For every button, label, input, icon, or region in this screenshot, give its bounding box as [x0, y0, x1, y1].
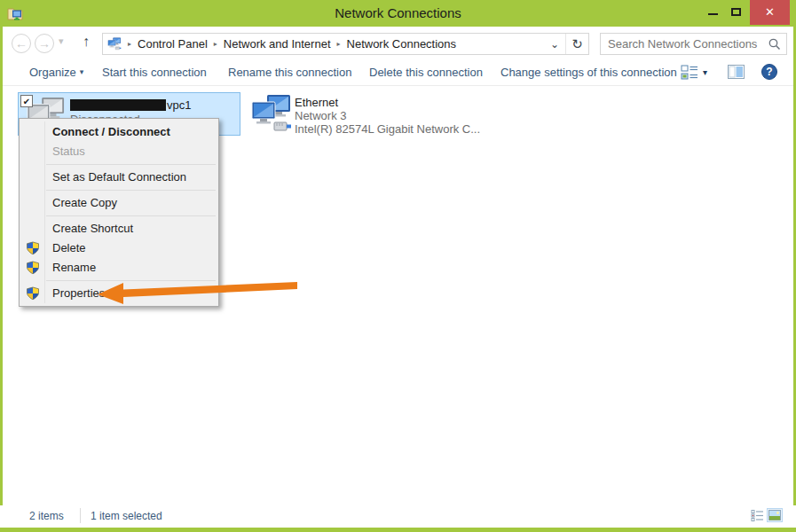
ethernet-network: Network 3	[295, 109, 347, 122]
delete-connection-button[interactable]: Delete this connection	[369, 66, 483, 79]
view-options-icon[interactable]	[681, 65, 698, 80]
menu-separator	[46, 164, 216, 165]
chevron-down-icon: ⌄	[550, 38, 559, 51]
back-button[interactable]: ←	[12, 34, 31, 53]
chevron-down-icon: ▾	[76, 67, 84, 76]
item-checkbox[interactable]: ✔	[20, 95, 33, 107]
ethernet-connection-icon	[250, 93, 293, 134]
uac-shield-icon	[26, 286, 40, 301]
refresh-icon: ↻	[571, 36, 583, 51]
menu-item-set-default-connection[interactable]: Set as Default Connection	[20, 168, 218, 187]
help-button[interactable]: ?	[761, 64, 777, 80]
command-toolbar: Organize▾ Start this connection Rename t…	[3, 59, 793, 86]
back-icon: ←	[15, 36, 28, 51]
up-button[interactable]: ↑	[83, 34, 90, 50]
address-dropdown-button[interactable]: ⌄	[544, 38, 565, 51]
minimize-icon	[708, 13, 718, 15]
items-count: 2 items	[29, 510, 64, 522]
breadcrumb-separator-icon: ▸	[122, 40, 138, 48]
minimize-button[interactable]	[701, 0, 724, 25]
connection-item-ethernet[interactable]: Ethernet Network 3 Intel(R) 82574L Gigab…	[247, 91, 479, 136]
breadcrumb-network-and-internet[interactable]: Network and Internet	[224, 37, 331, 51]
details-view-icon[interactable]	[751, 509, 764, 522]
app-icon[interactable]	[7, 5, 23, 21]
breadcrumb-network-connections[interactable]: Network Connections	[347, 37, 457, 51]
status-bar: 2 items 1 item selected	[3, 504, 793, 528]
menu-item-delete[interactable]: Delete	[20, 239, 218, 258]
close-icon: ✕	[765, 5, 775, 19]
menu-separator	[46, 190, 216, 191]
thumbnail-image-icon	[768, 510, 781, 520]
large-icons-view-icon[interactable]	[767, 508, 783, 522]
check-icon: ✔	[23, 97, 30, 106]
forward-icon: →	[38, 36, 51, 51]
search-box[interactable]	[600, 33, 787, 55]
search-icon	[768, 38, 781, 51]
menu-item-create-shortcut[interactable]: Create Shortcut	[20, 219, 218, 239]
ethernet-device: Intel(R) 82574L Gigabit Network C...	[295, 122, 480, 136]
menu-separator	[46, 215, 216, 216]
view-options-caret[interactable]: ▾	[703, 67, 707, 77]
titlebar: Network Connections ✕	[0, 0, 796, 27]
vpn-name-suffix: vpc1	[167, 98, 191, 112]
chevron-down-icon: ▾	[703, 67, 707, 77]
window-border-left	[0, 0, 3, 505]
refresh-button[interactable]: ↻	[565, 34, 588, 54]
history-dropdown-button[interactable]: ▾	[59, 35, 64, 47]
address-bar[interactable]: ▸ Control Panel ▸ Network and Internet ▸…	[102, 33, 589, 55]
redacted-name-block	[70, 99, 166, 111]
up-icon: ↑	[83, 34, 90, 49]
rename-connection-button[interactable]: Rename this connection	[228, 66, 351, 79]
start-connection-button[interactable]: Start this connection	[102, 66, 207, 79]
menu-item-create-copy[interactable]: Create Copy	[20, 193, 218, 213]
close-button[interactable]: ✕	[750, 0, 790, 25]
breadcrumb-control-panel[interactable]: Control Panel	[138, 37, 208, 51]
window-title: Network Connections	[0, 0, 796, 27]
uac-shield-icon	[26, 241, 40, 255]
uac-shield-icon	[26, 261, 40, 275]
forward-button[interactable]: →	[35, 34, 54, 53]
change-settings-button[interactable]: Change settings of this connection	[500, 66, 677, 79]
address-location-icon	[107, 37, 122, 51]
breadcrumb-separator-icon: ▸	[331, 40, 347, 48]
breadcrumb-separator-icon: ▸	[208, 40, 224, 48]
menu-item-status: Status	[20, 142, 218, 161]
statusbar-divider	[80, 508, 81, 523]
maximize-icon	[731, 8, 741, 16]
window-border-bottom	[0, 528, 796, 532]
preview-pane-icon[interactable]	[728, 65, 745, 79]
maximize-button[interactable]	[724, 0, 747, 25]
search-input[interactable]	[608, 37, 768, 51]
selected-count: 1 item selected	[91, 510, 162, 522]
annotation-arrow	[92, 274, 301, 306]
ethernet-name: Ethernet	[295, 96, 338, 109]
navigation-bar: ← → ▾ ↑ ▸ Control Panel ▸ Network and In…	[3, 27, 793, 59]
help-icon: ?	[766, 66, 772, 78]
menu-item-connect-disconnect[interactable]: Connect / Disconnect	[20, 122, 218, 142]
organize-button[interactable]: Organize▾	[29, 66, 83, 79]
chevron-down-icon: ▾	[59, 35, 64, 46]
